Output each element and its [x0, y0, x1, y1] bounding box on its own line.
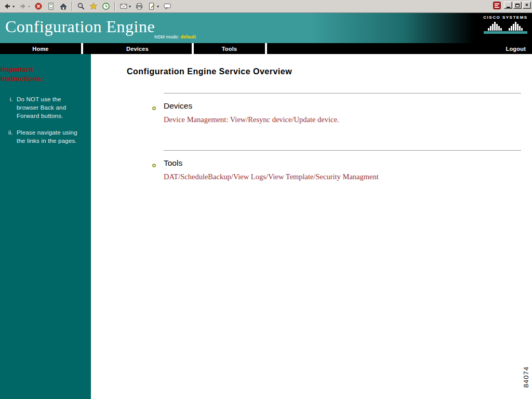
- section-description: DAT/ScheduleBackup/View Logs/View Templa…: [164, 172, 521, 181]
- restore-button[interactable]: [513, 2, 522, 9]
- minimize-button[interactable]: [504, 2, 512, 9]
- search-button[interactable]: [75, 1, 87, 12]
- list-item: i. Do NOT use the browser Back and Forwa…: [0, 95, 91, 120]
- instructions-heading: Important Instructions:: [1, 65, 58, 84]
- figure-number: 84074: [522, 366, 530, 388]
- mail-icon: [119, 2, 128, 10]
- app-icon[interactable]: [492, 1, 501, 9]
- nav-item-logout[interactable]: Logout: [506, 43, 532, 54]
- window-controls: ×: [492, 1, 531, 9]
- list-item-number: i.: [0, 95, 17, 120]
- nav-spacer: [267, 43, 506, 54]
- main-panel: Configuration Engine Service Overview De…: [91, 54, 532, 399]
- service-sections: Devices Device Management: View/Resync d…: [164, 93, 521, 207]
- forward-icon: [19, 2, 27, 10]
- search-icon: [77, 2, 85, 10]
- nsm-mode-label: NSM mode:: [154, 34, 179, 39]
- bullet-icon: [152, 107, 156, 110]
- favorites-icon: [89, 2, 98, 10]
- back-icon: [3, 2, 11, 10]
- nav-item-devices[interactable]: Devices: [83, 43, 192, 54]
- close-button[interactable]: ×: [523, 2, 531, 9]
- main-nav: Home Devices Tools Logout: [0, 43, 532, 54]
- forward-dropdown-icon[interactable]: ▾: [28, 4, 32, 9]
- cisco-bridge-icon: [484, 20, 527, 34]
- print-button[interactable]: [133, 1, 145, 12]
- back-dropdown-icon[interactable]: ▾: [12, 4, 17, 9]
- refresh-button[interactable]: [45, 1, 57, 12]
- section-title[interactable]: Tools: [164, 158, 521, 168]
- stop-button[interactable]: [32, 1, 45, 12]
- browser-toolbar: ▾ ▾: [0, 0, 532, 13]
- bullet-icon: [152, 164, 156, 167]
- print-icon: [135, 2, 143, 10]
- list-item-number: ii.: [0, 128, 17, 145]
- minimize-icon: [507, 7, 510, 8]
- list-item-text: Please navigate using the links in the p…: [17, 128, 80, 145]
- instructions-sidebar: Important Instructions: i. Do NOT use th…: [0, 54, 91, 399]
- mail-dropdown-icon[interactable]: ▾: [129, 4, 133, 9]
- app-title: Configuration Engine: [5, 17, 155, 36]
- nsm-mode-value: default: [181, 34, 196, 39]
- edit-dropdown-icon[interactable]: ▾: [157, 4, 161, 9]
- stop-icon: [34, 2, 43, 10]
- refresh-icon: [47, 2, 55, 10]
- section-devices: Devices Device Management: View/Resync d…: [164, 93, 521, 150]
- edit-button[interactable]: [145, 1, 158, 12]
- page-title: Configuration Engine Service Overview: [127, 67, 292, 76]
- history-button[interactable]: [100, 1, 112, 12]
- history-icon: [102, 2, 110, 10]
- cisco-logo-text: Cisco Systems: [481, 15, 530, 20]
- nav-item-home[interactable]: Home: [0, 43, 81, 54]
- instructions-list: i. Do NOT use the browser Back and Forwa…: [0, 95, 91, 145]
- favorites-button[interactable]: [87, 1, 100, 12]
- section-tools: Tools DAT/ScheduleBackup/View Logs/View …: [164, 150, 521, 207]
- toolbar-separator: [72, 2, 73, 11]
- mail-button[interactable]: [117, 1, 130, 12]
- toolbar-separator: [114, 2, 115, 11]
- section-title[interactable]: Devices: [164, 101, 521, 111]
- home-button[interactable]: [57, 1, 70, 12]
- discuss-icon: [163, 2, 171, 10]
- back-button[interactable]: [1, 1, 14, 12]
- close-icon: ×: [525, 3, 528, 8]
- edit-icon: [148, 2, 156, 10]
- content-area: Important Instructions: i. Do NOT use th…: [0, 54, 532, 399]
- discuss-button[interactable]: [161, 1, 174, 12]
- list-item-text: Do NOT use the browser Back and Forward …: [17, 95, 80, 120]
- restore-icon: [515, 4, 520, 7]
- cisco-logo: Cisco Systems: [481, 15, 530, 36]
- list-item: ii. Please navigate using the links in t…: [0, 128, 91, 145]
- forward-button[interactable]: [17, 1, 29, 12]
- app-banner: Configuration Engine NSM mode:default Ci…: [0, 13, 532, 43]
- nsm-mode: NSM mode:default: [154, 34, 196, 39]
- home-icon: [59, 2, 68, 10]
- nav-item-tools[interactable]: Tools: [194, 43, 265, 54]
- section-description: Device Management: View/Resync device/Up…: [164, 115, 521, 124]
